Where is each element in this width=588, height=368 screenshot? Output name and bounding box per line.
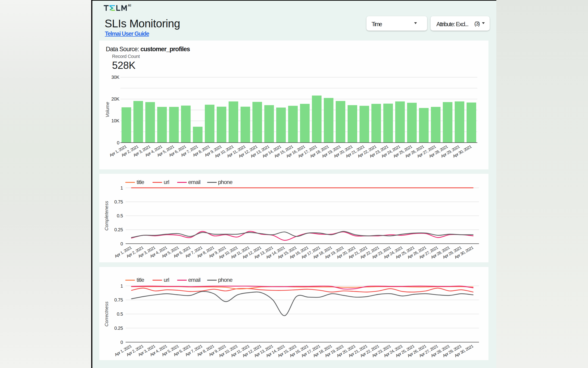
svg-text:Completeness: Completeness: [104, 201, 109, 230]
svg-text:0.75: 0.75: [114, 199, 123, 204]
svg-text:Correctness: Correctness: [104, 302, 109, 327]
svg-text:0.25: 0.25: [114, 326, 123, 331]
svg-text:1: 1: [120, 185, 123, 191]
svg-text:url: url: [164, 277, 169, 283]
svg-text:0: 0: [120, 340, 123, 345]
svg-text:url: url: [164, 179, 169, 185]
svg-text:email: email: [188, 179, 200, 185]
svg-text:30K: 30K: [111, 75, 119, 80]
svg-text:0.75: 0.75: [114, 297, 123, 303]
svg-text:0.5: 0.5: [117, 312, 123, 317]
svg-text:0.5: 0.5: [117, 213, 123, 218]
svg-text:Volume: Volume: [105, 102, 110, 117]
svg-text:phone: phone: [218, 277, 232, 283]
svg-text:title: title: [137, 179, 144, 185]
svg-text:10K: 10K: [111, 118, 119, 123]
svg-text:0: 0: [117, 140, 119, 145]
svg-text:0: 0: [120, 241, 123, 246]
svg-text:0.25: 0.25: [114, 227, 123, 232]
svg-text:title: title: [137, 277, 144, 283]
svg-text:phone: phone: [218, 179, 232, 185]
svg-text:email: email: [188, 277, 200, 283]
svg-text:20K: 20K: [111, 96, 119, 101]
svg-text:1: 1: [120, 283, 123, 288]
